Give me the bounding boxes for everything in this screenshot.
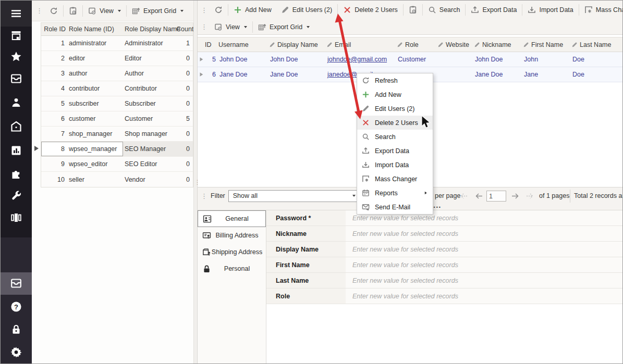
page-number-input[interactable]: [486, 191, 506, 202]
role-row[interactable]: 7shop_managerShop manager0: [41, 127, 193, 142]
sidebar-help-icon[interactable]: ?: [10, 300, 22, 313]
role-id-cell: 10: [41, 176, 67, 183]
refresh-icon: [50, 7, 58, 15]
overflow-dots-icon[interactable]: ...: [433, 200, 442, 209]
sidebar-menu-icon[interactable]: [10, 7, 22, 20]
roles-refresh-button[interactable]: [45, 4, 63, 18]
sidebar-lock-icon[interactable]: [10, 323, 22, 336]
tab-billing-address[interactable]: Billing Address: [198, 227, 266, 244]
toolbar-grip[interactable]: ⋮: [201, 23, 207, 31]
filter-select[interactable]: Show all: [228, 190, 360, 202]
col-username[interactable]: Username: [218, 41, 269, 48]
export-grid-button[interactable]: Export Grid: [253, 20, 314, 34]
field-input[interactable]: Enter new value for selected records: [346, 288, 623, 304]
toolbar-grip[interactable]: ⋮: [201, 6, 207, 14]
menu-item-mass-changer[interactable]: Mass Changer: [357, 172, 433, 186]
row-marker-icon: [199, 57, 204, 62]
menu-item-import-data[interactable]: Import Data: [357, 158, 433, 172]
menu-item-export-data[interactable]: Export Data: [357, 144, 433, 158]
tab-shipping-address[interactable]: Shipping Address: [198, 244, 266, 260]
col-role-name[interactable]: Role Name (ID): [67, 26, 123, 33]
field-input[interactable]: Enter new value for selected records: [346, 226, 623, 241]
sidebar-chart-icon[interactable]: [10, 144, 22, 157]
col-display-name[interactable]: Display Name: [269, 41, 326, 48]
shipping-icon: [202, 248, 211, 257]
mass-changer-label: Mass Changer: [596, 6, 623, 14]
edit-users-button[interactable]: Edit Users (2): [276, 3, 337, 17]
tab-personal[interactable]: Personal: [198, 260, 266, 277]
toolbar-grip[interactable]: ⋮: [201, 192, 207, 200]
col-id[interactable]: ID: [205, 41, 218, 48]
last-page-button[interactable]: [525, 193, 534, 199]
sidebar-star-icon[interactable]: [10, 51, 22, 63]
toolbar-grip[interactable]: ⋮: [36, 7, 43, 15]
role-row[interactable]: 5subscriberSubscriber0: [41, 96, 193, 111]
col-email[interactable]: Email: [326, 41, 397, 48]
role-row[interactable]: 2editorEditor0: [41, 51, 193, 66]
export-grid-icon: [132, 7, 140, 15]
search-button[interactable]: Search: [423, 3, 465, 17]
role-row[interactable]: 6customerCustomer5: [41, 111, 193, 127]
menu-item-reports[interactable]: Reports: [357, 186, 433, 200]
field-input[interactable]: Enter new value for selected records: [346, 273, 623, 288]
menu-item-edit-users-2-[interactable]: Edit Users (2): [357, 102, 433, 116]
roles-grid-view-button[interactable]: [64, 4, 82, 18]
column-label: Nickname: [482, 41, 511, 48]
role-row[interactable]: 3authorAuthor0: [41, 66, 193, 81]
sidebar-wrench-icon[interactable]: [10, 190, 22, 202]
sidebar-tray-icon[interactable]: [10, 72, 22, 85]
field-input[interactable]: Enter new value for selected records: [346, 257, 623, 272]
col-role-display-name[interactable]: Role Display Name: [123, 26, 175, 33]
menu-item-add-new[interactable]: Add New: [357, 87, 433, 102]
grid-view-button[interactable]: [404, 3, 422, 17]
menu-item-search[interactable]: Search: [357, 130, 433, 144]
export-data-button[interactable]: Export Data: [466, 3, 521, 17]
menu-item-delete-2-users[interactable]: Delete 2 Users: [357, 116, 433, 130]
menu-item-refresh[interactable]: Refresh: [357, 73, 433, 87]
delete-users-button[interactable]: Delete 2 Users: [338, 3, 402, 17]
col-count[interactable]: Count: [175, 26, 193, 33]
col-role-id[interactable]: Role ID: [41, 26, 67, 33]
view-button[interactable]: View: [210, 20, 252, 34]
sidebar-columns-icon[interactable]: [10, 211, 22, 224]
next-page-button[interactable]: [510, 193, 520, 199]
role-row[interactable]: 8wpseo_managerSEO Manager0: [41, 142, 193, 157]
mass-changer-button[interactable]: Mass Changer: [580, 3, 623, 17]
roles-table-header[interactable]: Role ID Role Name (ID) Role Display Name…: [41, 23, 193, 36]
panel-splitter[interactable]: ⋮: [193, 1, 198, 364]
first-page-button[interactable]: [459, 193, 469, 199]
role-row[interactable]: 4contributorContributor0: [41, 81, 193, 96]
role-row[interactable]: 1administratorAdministrator1: [41, 36, 193, 51]
roles-view-button[interactable]: View: [83, 4, 126, 18]
sidebar-puzzle-icon[interactable]: [10, 168, 22, 180]
sidebar-shop-icon[interactable]: [10, 120, 22, 133]
sidebar-store-icon[interactable]: [10, 29, 22, 42]
roles-export-grid-button[interactable]: Export Grid: [127, 4, 188, 18]
role-row[interactable]: 10sellerVendor0: [41, 172, 193, 187]
menu-item-send-e-mail[interactable]: Send E-Mail: [357, 200, 433, 214]
sidebar-records-icon[interactable]: [10, 277, 22, 290]
col-first-name[interactable]: First Name: [523, 41, 571, 48]
col-website[interactable]: Website: [437, 41, 474, 48]
users-grid-header[interactable]: IDUsernameDisplay NameEmailRoleWebsiteNi…: [198, 37, 623, 52]
refresh-button[interactable]: [210, 3, 227, 17]
plus-icon: [362, 91, 370, 98]
sidebar-user-icon[interactable]: [10, 96, 22, 109]
sidebar-gear-icon[interactable]: [10, 346, 22, 358]
import-data-button[interactable]: Import Data: [523, 3, 578, 17]
pencil-icon: [281, 6, 289, 14]
prev-page-button[interactable]: [474, 193, 484, 199]
menu-item-label: Send E-Mail: [375, 204, 410, 211]
col-last-name[interactable]: Last Name: [571, 41, 623, 48]
view-eye-icon: [214, 23, 223, 31]
col-role[interactable]: Role: [397, 41, 437, 48]
refresh-icon: [214, 6, 223, 14]
role-row[interactable]: 9wpseo_editorSEO Editor0: [41, 157, 193, 172]
focused-cell[interactable]: 8wpseo_manager: [41, 142, 123, 156]
user-row[interactable]: 5John DoeJohn Doejohndoe@gmail.comCustom…: [198, 52, 623, 67]
tab-general[interactable]: General: [198, 210, 266, 227]
field-input[interactable]: Enter new value for selected records: [346, 242, 623, 257]
email-cell[interactable]: johndoe@gmail.com: [326, 56, 397, 63]
col-nickname[interactable]: Nickname: [474, 41, 523, 48]
add-new-button[interactable]: Add New: [229, 3, 276, 17]
